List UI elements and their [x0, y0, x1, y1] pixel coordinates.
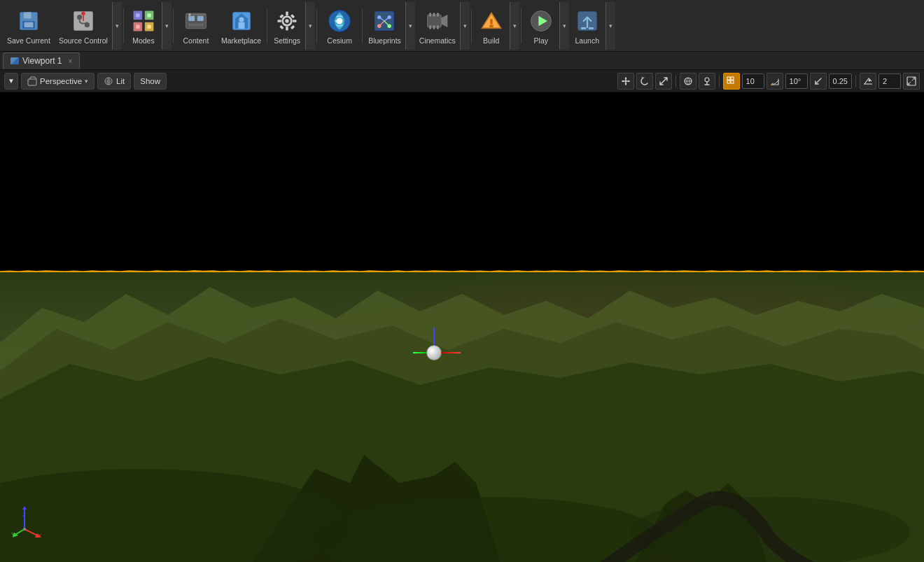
svg-rect-46 — [429, 25, 431, 29]
main-toolbar: Save Current Source Control ▾ — [0, 0, 924, 52]
scale-snap-btn[interactable] — [810, 73, 827, 90]
svg-point-85 — [23, 528, 26, 531]
svg-rect-28 — [278, 20, 281, 22]
svg-rect-51 — [490, 19, 493, 24]
modes-button[interactable]: Modes ▾ — [125, 2, 172, 50]
svg-marker-42 — [441, 15, 447, 27]
rotate-btn[interactable] — [636, 73, 653, 90]
blueprints-arrow[interactable]: ▾ — [405, 2, 415, 50]
build-button[interactable]: Build ▾ — [473, 2, 519, 50]
svg-rect-32 — [279, 24, 284, 29]
content-button[interactable]: Content — [175, 2, 217, 50]
perspective-dropdown-icon: ▾ — [85, 78, 88, 85]
terrain-svg — [0, 271, 924, 562]
play-button[interactable]: Play ▾ — [523, 2, 569, 50]
modes-label: Modes — [132, 36, 155, 45]
svg-rect-45 — [437, 13, 439, 16]
source-control-arrow[interactable]: ▾ — [112, 2, 122, 50]
maximize-btn[interactable] — [903, 73, 920, 90]
lit-label: Lit — [116, 77, 125, 85]
modes-arrow[interactable]: ▾ — [162, 2, 172, 50]
svg-point-5 — [77, 15, 82, 20]
svg-rect-33 — [290, 24, 295, 29]
build-label: Build — [483, 36, 499, 45]
svg-point-25 — [285, 19, 288, 22]
viewport-tab-label: Viewport 1 — [22, 56, 62, 66]
svg-text:Z: Z — [22, 512, 26, 518]
svg-rect-67 — [727, 77, 730, 80]
gizmo-sphere — [426, 345, 442, 360]
cinematics-button[interactable]: Cinematics ▾ — [415, 2, 470, 50]
angle-snap-btn[interactable] — [766, 73, 783, 90]
cinematics-arrow[interactable]: ▾ — [460, 2, 470, 50]
sep-5 — [362, 8, 363, 43]
camera-speed-field[interactable]: 2 — [878, 73, 901, 89]
svg-rect-70 — [731, 80, 734, 83]
viewport-controls-bar: ▼ Perspective ▾ Lit — [0, 70, 924, 92]
cinematics-label: Cinematics — [419, 36, 456, 45]
svg-rect-19 — [197, 15, 204, 20]
svg-rect-69 — [727, 80, 730, 83]
viewport-area[interactable]: Z Y X — [0, 92, 924, 562]
content-label: Content — [183, 36, 209, 45]
cesium-button[interactable]: Cesium — [318, 2, 360, 50]
vp-ctrl-sep-2 — [719, 75, 720, 87]
grid-btn[interactable] — [723, 73, 740, 90]
save-current-label: Save Current — [7, 36, 50, 45]
launch-arrow[interactable]: ▾ — [606, 2, 615, 50]
viewport-1-tab[interactable]: Viewport 1 × — [3, 52, 80, 69]
source-control-button[interactable]: Source Control ▾ — [55, 2, 122, 50]
play-label: Play — [534, 36, 548, 45]
marketplace-button[interactable]: Marketplace — [217, 2, 265, 50]
angle-value-field[interactable]: 10° — [785, 73, 808, 89]
svg-rect-15 — [136, 24, 139, 28]
perspective-icon — [27, 76, 37, 86]
vp-ctrl-sep-3 — [855, 75, 856, 87]
svg-point-7 — [81, 11, 85, 15]
blueprints-button[interactable]: Blueprints ▾ — [364, 2, 415, 50]
translate-btn[interactable] — [617, 73, 634, 90]
grid-size-field[interactable]: 10 — [742, 73, 764, 89]
svg-point-23 — [239, 17, 244, 22]
svg-rect-13 — [136, 13, 139, 17]
viewport-dropdown-btn[interactable]: ▼ — [4, 73, 18, 90]
show-btn[interactable]: Show — [134, 73, 167, 90]
svg-rect-47 — [433, 25, 435, 29]
surface-snap-btn[interactable] — [699, 73, 715, 90]
source-control-label: Source Control — [59, 36, 108, 45]
lit-icon — [104, 76, 113, 86]
lit-btn[interactable]: Lit — [97, 73, 131, 90]
build-arrow[interactable]: ▾ — [510, 2, 519, 50]
save-current-button[interactable]: Save Current — [3, 2, 55, 50]
launch-button[interactable]: Launch ▾ — [569, 2, 615, 50]
settings-arrow[interactable]: ▾ — [305, 2, 315, 50]
svg-point-71 — [869, 79, 871, 81]
camera-speed-btn[interactable] — [860, 73, 876, 90]
world-btn[interactable] — [680, 73, 696, 90]
viewport-tab-bar: Viewport 1 × — [0, 52, 924, 70]
svg-rect-52 — [489, 24, 493, 27]
scale-btn[interactable] — [655, 73, 672, 90]
svg-marker-64 — [641, 77, 645, 78]
x-axis — [441, 352, 461, 353]
svg-rect-48 — [437, 25, 439, 29]
y-axis — [413, 352, 427, 353]
settings-label: Settings — [274, 36, 300, 45]
scale-value-field[interactable]: 0.25 — [829, 73, 852, 89]
play-arrow[interactable]: ▾ — [559, 2, 569, 50]
perspective-btn[interactable]: Perspective ▾ — [21, 73, 94, 90]
perspective-label: Perspective — [40, 77, 82, 85]
svg-rect-26 — [286, 11, 288, 15]
vp-ctrl-sep-1 — [676, 75, 676, 87]
sky-area — [0, 92, 924, 290]
chevron-down-icon: ▼ — [8, 77, 15, 85]
main-view: Viewport 1 × ▼ Perspective ▾ — [0, 52, 924, 562]
svg-rect-3 — [24, 22, 34, 27]
svg-rect-29 — [293, 20, 296, 22]
settings-button[interactable]: Settings ▾ — [269, 2, 315, 50]
sep-3 — [267, 8, 267, 43]
blueprints-label: Blueprints — [368, 36, 401, 45]
viewport-close-btn[interactable]: × — [68, 57, 72, 65]
svg-marker-63 — [628, 80, 630, 82]
svg-text:Y: Y — [11, 531, 15, 538]
